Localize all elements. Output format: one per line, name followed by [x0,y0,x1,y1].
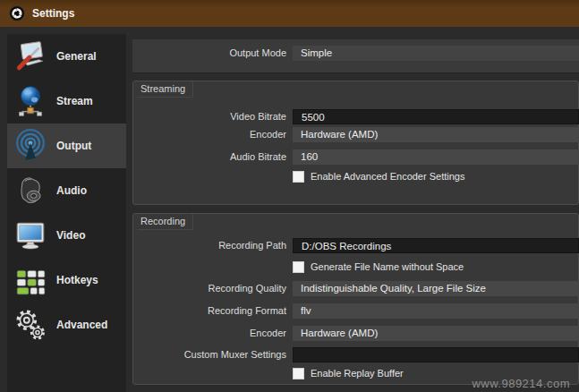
generate-filename-checkbox[interactable] [293,261,304,273]
output-mode-select[interactable]: Simple [293,46,579,61]
advanced-encoder-settings-label: Enable Advanced Encoder Settings [311,171,464,182]
advanced-encoder-settings-checkbox[interactable] [293,171,304,183]
recording-format-select[interactable]: flv [293,303,579,319]
sidebar-item-output[interactable]: Output [7,124,126,168]
generate-filename-checkrow: Generate File Name without Space [293,260,464,273]
sidebar-item-stream[interactable]: Stream [7,79,126,124]
replay-buffer-checkbox[interactable] [293,368,304,379]
audio-bitrate-row: Audio Bitrate 160 [132,149,579,165]
stream-encoder-select[interactable]: Hardware (AMD) [293,127,579,142]
audio-bitrate-label: Audio Bitrate [132,149,286,165]
watermark-text: www.989214.com [472,377,570,390]
video-bitrate-input[interactable]: 5500 [293,109,579,124]
obs-logo-icon [9,5,25,21]
recording-encoder-label: Encoder [132,326,286,341]
video-bitrate-label: Video Bitrate [132,109,286,124]
recording-format-row: Recording Format flv [132,303,579,319]
hotkeys-icon [13,263,47,297]
audio-bitrate-select[interactable]: 160 [293,149,579,165]
output-icon [13,129,47,163]
recording-path-row: Recording Path D:/OBS Recordings [132,238,579,253]
recording-quality-select[interactable]: Indistinguishable Quality, Large File Si… [293,281,579,296]
stream-encoder-row: Encoder Hardware (AMD) [132,127,579,142]
streaming-group-title: Streaming [137,81,193,98]
sidebar-item-label: Advanced [56,319,107,331]
sidebar-item-audio[interactable]: Audio [7,168,126,213]
sidebar-item-hotkeys[interactable]: Hotkeys [7,258,126,303]
settings-window: Settings General [0,0,579,392]
sidebar-item-label: Output [56,140,91,152]
custom-muxer-label: Custom Muxer Settings [132,347,286,362]
sidebar-item-label: Video [56,229,85,242]
sidebar-item-label: Hotkeys [56,274,98,286]
custom-muxer-input[interactable] [293,347,579,362]
streaming-group: Streaming [132,81,579,205]
sidebar-item-label: Audio [56,184,87,197]
replay-buffer-checkrow: Enable Replay Buffer [293,367,404,379]
recording-group-title: Recording [137,214,193,230]
advanced-encoder-settings-checkrow: Enable Advanced Encoder Settings [293,170,464,183]
replay-buffer-label: Enable Replay Buffer [311,368,404,379]
recording-encoder-select[interactable]: Hardware (AMD) [293,326,579,341]
generate-filename-label: Generate File Name without Space [311,261,464,272]
stream-icon [13,84,47,118]
video-bitrate-row: Video Bitrate 5500 [132,109,579,124]
sidebar-item-label: General [56,50,97,63]
sidebar-item-general[interactable]: General [7,34,126,79]
sidebar-item-label: Stream [56,95,93,107]
advanced-icon [13,308,47,342]
output-mode-label: Output Mode [132,46,286,61]
video-icon [13,218,47,252]
recording-encoder-row: Encoder Hardware (AMD) [132,326,579,341]
output-mode-row: Output Mode Simple [132,46,579,61]
custom-muxer-row: Custom Muxer Settings [132,347,579,362]
general-icon [13,39,47,73]
audio-icon [13,174,47,208]
window-titlebar[interactable]: Settings [0,0,579,27]
sidebar-item-video[interactable]: Video [7,213,126,258]
window-title: Settings [32,7,74,20]
recording-path-label: Recording Path [132,238,286,253]
stream-encoder-label: Encoder [132,127,286,142]
settings-nav-sidebar: General Str [7,34,126,392]
sidebar-item-advanced[interactable]: Advanced [7,303,126,347]
recording-quality-label: Recording Quality [132,281,286,296]
recording-quality-row: Recording Quality Indistinguishable Qual… [132,281,579,296]
recording-path-input[interactable]: D:/OBS Recordings [293,238,579,253]
recording-format-label: Recording Format [132,303,286,319]
